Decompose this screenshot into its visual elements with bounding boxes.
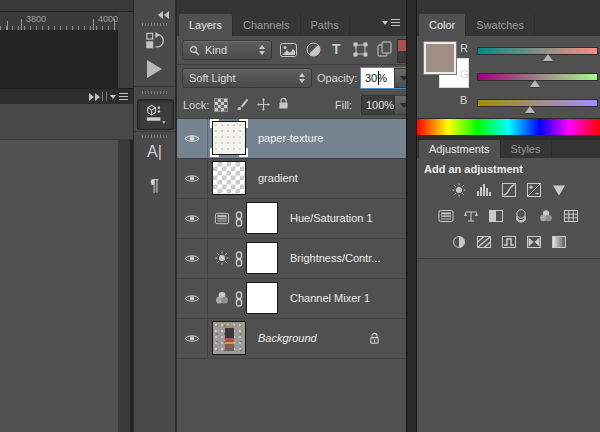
opacity-input[interactable]: 30% bbox=[361, 68, 394, 88]
actions-panel-icon[interactable] bbox=[147, 60, 162, 78]
layer-mask-thumbnail[interactable] bbox=[246, 202, 278, 234]
layer-row-brightness-contrast[interactable]: Brightness/Contr... bbox=[177, 239, 406, 279]
history-panel-icon[interactable] bbox=[145, 31, 164, 52]
layer-name[interactable]: Background bbox=[258, 332, 317, 344]
brightness-contrast-icon[interactable] bbox=[450, 181, 467, 198]
dock-grip[interactable] bbox=[141, 135, 168, 138]
panel-menu-icon[interactable] bbox=[110, 93, 128, 100]
blend-mode-select[interactable]: Soft Light bbox=[182, 68, 312, 88]
color-lookup-icon[interactable] bbox=[563, 207, 580, 224]
tab-layers[interactable]: Layers bbox=[179, 14, 233, 36]
layer-name[interactable]: Hue/Saturation 1 bbox=[290, 212, 373, 224]
layer-mask-thumbnail[interactable] bbox=[246, 282, 278, 314]
photo-figure bbox=[225, 325, 234, 351]
selective-color-icon[interactable] bbox=[550, 233, 567, 250]
eye-icon bbox=[184, 253, 200, 264]
invert-icon[interactable] bbox=[450, 233, 467, 250]
hue-saturation-icon[interactable] bbox=[438, 207, 455, 224]
tab-channels[interactable]: Channels bbox=[233, 14, 300, 36]
exposure-icon[interactable] bbox=[525, 181, 542, 198]
adjustment-layer-filter-icon[interactable] bbox=[306, 42, 321, 59]
mask-link-icon[interactable] bbox=[235, 211, 243, 229]
tab-paths[interactable]: Paths bbox=[301, 14, 350, 36]
lock-position-icon[interactable] bbox=[257, 98, 270, 113]
dock-grip[interactable] bbox=[141, 23, 168, 26]
channel-mixer-icon[interactable] bbox=[538, 207, 555, 224]
dock-group-divider bbox=[134, 131, 175, 132]
layer-thumbnail[interactable] bbox=[212, 321, 246, 355]
ruler-label: 3800 bbox=[26, 14, 46, 24]
red-slider-thumb[interactable] bbox=[543, 54, 553, 61]
visibility-toggle[interactable] bbox=[177, 199, 208, 238]
visibility-toggle[interactable] bbox=[177, 279, 208, 318]
visibility-toggle[interactable] bbox=[177, 159, 208, 198]
canvas-area[interactable] bbox=[0, 31, 118, 88]
text-caret bbox=[378, 71, 379, 85]
lock-transparency-icon[interactable] bbox=[214, 98, 228, 112]
ruler-major-tick bbox=[21, 19, 22, 30]
type-layer-filter-icon[interactable]: T bbox=[332, 41, 341, 57]
layer-mask-thumbnail[interactable] bbox=[246, 242, 278, 274]
threshold-icon[interactable] bbox=[500, 233, 517, 250]
layer-row-channel-mixer[interactable]: Channel Mixer 1 bbox=[177, 279, 406, 319]
curves-icon[interactable] bbox=[500, 181, 517, 198]
channel-mixer-icon[interactable] bbox=[214, 290, 230, 308]
blue-slider[interactable] bbox=[417, 88, 600, 112]
panel-column-divider bbox=[406, 0, 417, 432]
layer-thumbnail[interactable] bbox=[212, 161, 246, 195]
green-slider-thumb[interactable] bbox=[530, 80, 540, 87]
smart-object-filter-icon[interactable] bbox=[377, 41, 392, 59]
visibility-toggle[interactable] bbox=[177, 239, 208, 278]
green-slider[interactable] bbox=[417, 62, 600, 86]
bottom-panel-band bbox=[0, 104, 133, 140]
layer-row-gradient[interactable]: gradient bbox=[177, 159, 406, 199]
tab-swatches[interactable]: Swatches bbox=[466, 14, 535, 36]
workspace-background bbox=[0, 140, 118, 432]
layer-name[interactable]: paper-texture bbox=[258, 132, 323, 144]
layer-name[interactable]: gradient bbox=[258, 172, 298, 184]
tab-adjustments[interactable]: Adjustments bbox=[419, 140, 501, 158]
blue-slider-thumb[interactable] bbox=[525, 106, 535, 113]
lock-all-icon[interactable] bbox=[278, 97, 289, 112]
fill-value-field[interactable]: 100% bbox=[361, 95, 394, 115]
vibrance-icon[interactable] bbox=[550, 181, 567, 198]
mask-link-icon[interactable] bbox=[235, 251, 243, 269]
visibility-toggle[interactable] bbox=[177, 319, 208, 358]
layer-thumbnail[interactable] bbox=[212, 121, 246, 155]
eye-icon bbox=[184, 213, 200, 224]
3d-panel-button[interactable] bbox=[137, 99, 174, 130]
shape-layer-filter-icon[interactable] bbox=[353, 42, 368, 59]
levels-icon[interactable] bbox=[475, 181, 492, 198]
color-spectrum-bar[interactable] bbox=[417, 118, 600, 136]
lock-paint-icon[interactable] bbox=[236, 98, 249, 113]
brightness-contrast-icon[interactable] bbox=[214, 250, 230, 268]
hue-saturation-icon[interactable] bbox=[214, 211, 230, 228]
red-slider[interactable] bbox=[417, 36, 600, 60]
photo-filter-icon[interactable] bbox=[513, 207, 530, 224]
color-balance-icon[interactable] bbox=[463, 207, 480, 224]
pixel-layer-filter-icon[interactable] bbox=[280, 43, 297, 59]
dock-grip[interactable] bbox=[141, 91, 168, 94]
mask-link-icon[interactable] bbox=[235, 291, 243, 309]
layer-row-hue-saturation[interactable]: Hue/Saturation 1 bbox=[177, 199, 406, 239]
tab-color[interactable]: Color bbox=[419, 14, 466, 36]
black-white-icon[interactable] bbox=[488, 207, 505, 224]
layer-row-paper-texture[interactable]: paper-texture bbox=[177, 119, 406, 159]
visibility-toggle[interactable] bbox=[177, 119, 208, 158]
layer-filter-row: Kind T bbox=[177, 36, 406, 65]
collapse-dock-icon[interactable] bbox=[158, 11, 169, 19]
ruler-major-tick bbox=[93, 19, 94, 30]
layer-row-background[interactable]: Background bbox=[177, 319, 406, 359]
layer-name[interactable]: Brightness/Contr... bbox=[290, 252, 381, 264]
document-window: 3800 4000 bbox=[0, 12, 119, 88]
character-panel-icon[interactable]: A| bbox=[134, 143, 175, 161]
ruler-major-tick bbox=[7, 21, 8, 30]
posterize-icon[interactable] bbox=[475, 233, 492, 250]
paragraph-panel-icon[interactable]: ¶ bbox=[134, 176, 175, 196]
gradient-map-icon[interactable] bbox=[525, 233, 542, 250]
tab-styles[interactable]: Styles bbox=[501, 140, 552, 158]
expand-panel-icon[interactable] bbox=[89, 93, 100, 101]
layers-panel-menu-icon[interactable] bbox=[382, 19, 400, 26]
filter-kind-select[interactable]: Kind bbox=[182, 40, 272, 60]
layer-name[interactable]: Channel Mixer 1 bbox=[290, 292, 370, 304]
